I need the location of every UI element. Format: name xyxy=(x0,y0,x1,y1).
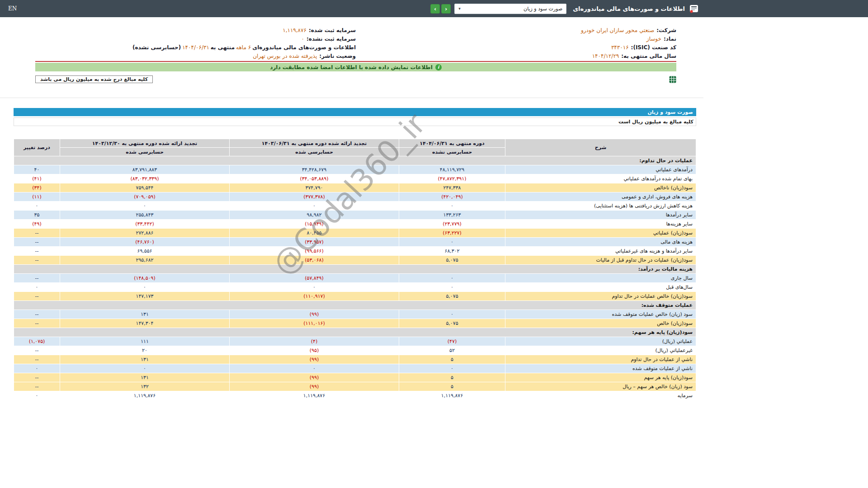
row-description: سایر هزینه‌ها xyxy=(505,220,696,229)
registered-capital-value: ۱,۱۱۹,۸۷۶ xyxy=(283,27,307,33)
table-header-row-main: شرح دوره منتهی به ۱۴۰۴/۰۶/۳۱ تجدید ارائه… xyxy=(14,139,696,148)
section-header-row: هزینه مالیات بر درآمد: xyxy=(14,265,696,274)
statement-data-row: سود(زیان) عملیاتي(۶۳,۲۲۷)۸۰,۴۵۵۲۷۲,۸۸۶-- xyxy=(14,229,696,238)
top-header-content: اطلاعات و صورت‌های مالی میاندوره‌ای صورت… xyxy=(0,0,703,17)
row-description: ناشي از عملیات در حال تداوم xyxy=(505,355,696,364)
amount-current-period: ۰ xyxy=(399,202,505,211)
col-subheader-audited-yearend: حسابرسی شده xyxy=(60,148,230,156)
next-report-button[interactable]: › xyxy=(430,4,440,14)
amount-restated-midyear: (۳۷۷,۳۷۸) xyxy=(230,192,399,202)
amount-restated-yearend: ۱۴۷,۳۰۴ xyxy=(60,319,230,328)
col-header-restated-yearend: تجدید ارائه شده دوره منتهی به ۱۴۰۳/۱۲/۳۰ xyxy=(60,139,230,148)
statement-data-row: سایر درآمدها و هزینه های غیرعملیاتي۶۸,۳۰… xyxy=(14,247,696,256)
row-description: ناشي از عملیات متوقف شده xyxy=(505,364,696,373)
percent-change: ۰ xyxy=(14,391,60,400)
percent-change: (۴۱) xyxy=(14,174,60,183)
statement-data-row: سود(زیان) خالص عملیات در حال تداوم۵,۰۷۵(… xyxy=(14,292,696,301)
col-header-description: شرح xyxy=(505,139,696,156)
percent-change: -- xyxy=(14,355,60,364)
amount-restated-yearend: ۰ xyxy=(60,364,230,373)
excel-export-icon[interactable] xyxy=(669,76,676,83)
registered-capital-label: سرمایه ثبت شده: xyxy=(309,27,356,33)
registered-capital-row: سرمایه ثبت شده: ۱,۱۱۹,۸۷۶ xyxy=(35,26,356,34)
fiscal-year-end-label: سال مالی منتهی به: xyxy=(621,53,676,59)
report-period-row: اطلاعات و صورت‌های مالی میاندوره‌ای ۶ ما… xyxy=(35,43,356,52)
page-title: اطلاعات و صورت‌های مالی میاندوره‌ای xyxy=(573,5,685,12)
statement-title-bar: صورت سود و زیان xyxy=(14,108,696,116)
amount-current-period: ۵ xyxy=(399,373,505,382)
amount-restated-midyear: ۹۸,۹۸۲ xyxy=(230,211,399,220)
page-container: شرکت: صنعتي محور سازان ايران خودرو نماد:… xyxy=(0,26,703,400)
row-description: سود(زیان) خالص عملیات در حال تداوم xyxy=(505,292,696,301)
signature-match-text: اطلاعات نمایش داده شده با اطلاعات امضا ش… xyxy=(270,64,433,70)
statement-data-row: سود(زیان) پایه هر سهم۵(۹۹)۱۳۱-- xyxy=(14,373,696,382)
amount-restated-midyear: ۳۴,۴۲۸,۶۷۹ xyxy=(230,165,399,174)
percent-change: -- xyxy=(14,247,60,256)
percent-change: -- xyxy=(14,256,60,265)
row-description: غیرعملیاتي (ریال) xyxy=(505,346,696,355)
signature-match-banner: i اطلاعات نمایش داده شده با اطلاعات امضا… xyxy=(35,63,676,71)
amount-restated-yearend: (۷۰۹,۰۵۹) xyxy=(60,192,230,202)
percent-change: -- xyxy=(14,373,60,382)
issuer-status-value: پذیرفته شده در بورس تهران xyxy=(253,53,317,59)
percent-change: ۰ xyxy=(14,202,60,211)
report-audit-status: (حسابرسی نشده) xyxy=(132,44,181,51)
company-name-row: شرکت: صنعتي محور سازان ايران خودرو xyxy=(356,26,676,34)
section-header-row: سود(زیان) پایه هر سهم: xyxy=(14,328,696,337)
section-header-row: عملیات متوقف شده: xyxy=(14,301,696,310)
row-description: سود(زیان) خالص xyxy=(505,319,696,328)
report-period-label: اطلاعات و صورت‌های مالی میاندوره‌ای xyxy=(252,44,356,51)
table-header: شرح دوره منتهی به ۱۴۰۴/۰۶/۳۱ تجدید ارائه… xyxy=(14,139,696,156)
amount-current-period: ۲۴۷,۳۳۸ xyxy=(399,183,505,192)
amount-restated-yearend: (۳۳,۴۴۲) xyxy=(60,220,230,229)
row-description: سایر درآمدها و هزینه های غیرعملیاتي xyxy=(505,247,696,256)
percent-change: ۳۵ xyxy=(14,211,60,220)
amount-restated-yearend: ۱۳۲ xyxy=(60,382,230,391)
report-period-end-date: ۱۴۰۴/۰۶/۳۱ xyxy=(182,44,209,51)
row-description: هزینه کاهش ارزش دریافتنی ها (هزینه استثن… xyxy=(505,202,696,211)
amount-current-period: ۰ xyxy=(399,238,505,247)
report-type-dropdown[interactable]: صورت سود و زیان ▾ xyxy=(454,4,566,14)
section-header-label: هزینه مالیات بر درآمد: xyxy=(14,265,696,274)
statement-data-row: سود(زیان) خالص۵,۰۷۵(۱۱۱,۰۱۶)۱۴۷,۳۰۴-- xyxy=(14,319,696,328)
ticker-symbol-value: خوساز xyxy=(646,36,661,42)
statement-data-row: سود (زیان) خالص عملیات متوقف شده۰(۹۹)۱۳۱… xyxy=(14,310,696,319)
statement-data-row: سال جاری۰(۵۷,۸۴۹)(۱۴۸,۵۰۹)-- xyxy=(14,274,696,283)
percent-change: (۱,۰۷۵) xyxy=(14,337,60,346)
amount-current-period: ۱۳۳,۲۶۳ xyxy=(399,211,505,220)
row-description: سود (زیان) خالص عملیات متوقف شده xyxy=(505,310,696,319)
amount-restated-midyear: (۹۹) xyxy=(230,382,399,391)
previous-report-button[interactable]: ‹ xyxy=(441,4,451,14)
col-subheader-audited-midyear: حسابرسی شده xyxy=(230,148,399,156)
percent-change: -- xyxy=(14,382,60,391)
amount-restated-midyear: ۰ xyxy=(230,283,399,292)
amount-restated-midyear: (۹۹) xyxy=(230,310,399,319)
top-header-bar: اطلاعات و صورت‌های مالی میاندوره‌ای صورت… xyxy=(0,0,868,17)
amount-current-period: ۵,۰۷۵ xyxy=(399,319,505,328)
amount-restated-midyear: (۵۷,۸۴۹) xyxy=(230,274,399,283)
export-and-unit-row: کلیه مبالغ درج شده به میلیون ریال می باش… xyxy=(35,75,676,83)
income-statement-table: شرح دوره منتهی به ۱۴۰۴/۰۶/۳۱ تجدید ارائه… xyxy=(14,139,696,400)
report-period-length: ۶ ماهه xyxy=(236,44,251,51)
amount-current-period: ۰ xyxy=(399,283,505,292)
statement-data-row: هزینه کاهش ارزش دریافتنی ها (هزینه استثن… xyxy=(14,202,696,211)
statement-data-row: سود(زیان) عملیات در حال تداوم قبل از مال… xyxy=(14,256,696,265)
amount-current-period: ۱,۱۱۹,۸۷۶ xyxy=(399,391,505,400)
amount-restated-yearend: ۱۱۱ xyxy=(60,337,230,346)
english-language-link[interactable]: EN xyxy=(8,5,17,12)
percent-change: ۴۰ xyxy=(14,165,60,174)
row-description: بهای تمام شده درآمدهای عملیاتي xyxy=(505,174,696,183)
amount-current-period: (۴۷,۸۷۲,۳۹۱) xyxy=(399,174,505,183)
percent-change: (۱۱) xyxy=(14,192,60,202)
amount-restated-midyear: (۹۹) xyxy=(230,373,399,382)
amount-current-period: ۶۸,۳۰۲ xyxy=(399,247,505,256)
amount-restated-midyear: (۳۳,۹۵۷) xyxy=(230,238,399,247)
statement-data-row: سود (زیان) خالص هر سهم – ریال۵(۹۹)۱۳۲-- xyxy=(14,382,696,391)
amount-current-period: (۲۳,۷۷۹) xyxy=(399,220,505,229)
statement-data-row: درآمدهای عملیاتي۴۸,۱۱۹,۷۲۹۳۴,۴۲۸,۶۷۹۸۳,۷… xyxy=(14,165,696,174)
amount-restated-yearend: ۱۳۱ xyxy=(60,373,230,382)
amount-restated-yearend: (۱۴۸,۵۰۹) xyxy=(60,274,230,283)
statement-data-row: ناشي از عملیات متوقف شده۰۰۰۰ xyxy=(14,364,696,373)
amount-restated-yearend: ۰ xyxy=(60,202,230,211)
col-header-percent-change: درصد تغییر xyxy=(14,139,60,156)
